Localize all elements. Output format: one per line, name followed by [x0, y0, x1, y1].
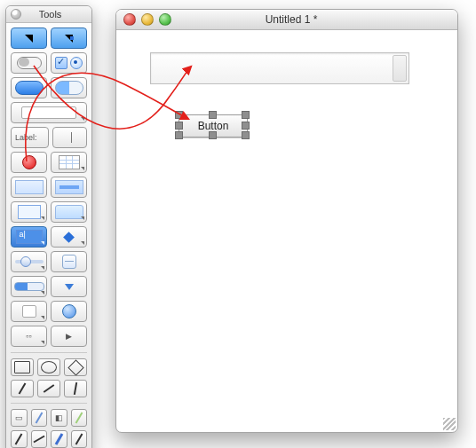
text-view-tool[interactable] — [11, 226, 47, 248]
direct-selection-tool[interactable] — [51, 28, 87, 49]
chevron-down-icon — [81, 167, 84, 170]
table-icon — [59, 155, 80, 169]
color-well-tool[interactable] — [11, 152, 47, 173]
document-titlebar[interactable]: Untitled 1 * — [116, 10, 457, 30]
zoom-window-icon[interactable] — [159, 13, 171, 26]
oval-shape-tool[interactable] — [37, 358, 60, 376]
pen-icon — [75, 433, 83, 444]
disclosure-tool[interactable] — [51, 276, 87, 297]
window-resize-grip[interactable] — [443, 418, 456, 430]
dash-icon: ▭ — [15, 413, 23, 422]
pencil-icon — [35, 412, 43, 423]
group-box-icon — [55, 180, 83, 194]
textfield-icon — [21, 106, 76, 119]
toggle-icon — [17, 57, 42, 69]
extra-tool-8[interactable] — [71, 430, 88, 448]
text-caret-icon — [71, 132, 72, 143]
resize-handle-tr[interactable] — [242, 111, 250, 119]
rectangle-icon — [14, 361, 30, 373]
label-text: Label: — [15, 133, 37, 142]
cursor-tool[interactable] — [51, 226, 87, 248]
disclosure-icon — [65, 284, 74, 290]
popup-button-tool[interactable] — [11, 301, 47, 322]
pen-icon — [15, 433, 23, 444]
table-view-tool[interactable] — [51, 152, 87, 173]
extra-tool-4[interactable] — [71, 409, 88, 427]
close-window-icon[interactable] — [123, 13, 136, 26]
extra-tool-1[interactable]: ▭ — [11, 409, 28, 427]
traffic-lights — [123, 13, 171, 26]
oval-icon — [41, 361, 57, 373]
extra-tool-7[interactable] — [51, 430, 67, 448]
resize-handle-tl[interactable] — [175, 111, 183, 119]
palette-close-icon[interactable] — [11, 9, 21, 20]
rectangle-shape-tool[interactable] — [11, 358, 34, 376]
progress-indicator-tool[interactable] — [11, 276, 47, 297]
label-tool[interactable]: Label: — [11, 127, 49, 148]
minimize-window-icon[interactable] — [141, 13, 154, 26]
slider-icon — [15, 260, 44, 263]
document-title: Untitled 1 * — [171, 13, 450, 26]
text-input-control[interactable] — [150, 52, 409, 84]
resize-handle-t[interactable] — [209, 111, 217, 119]
box-tool[interactable] — [11, 177, 47, 198]
extra-tool-3[interactable]: ◧ — [51, 409, 67, 427]
resize-handle-l[interactable] — [175, 122, 183, 130]
line-a-tool[interactable] — [11, 380, 34, 397]
selection-tool[interactable] — [11, 28, 47, 49]
view-icon — [18, 205, 41, 219]
custom-view-tool[interactable] — [11, 201, 47, 223]
resize-handle-bl[interactable] — [175, 131, 183, 139]
segmented-icon — [55, 81, 83, 95]
chevron-down-icon — [41, 291, 44, 295]
radio-icon — [70, 57, 83, 69]
text-cursor-tool[interactable] — [52, 127, 87, 148]
slider-tool[interactable] — [11, 251, 47, 272]
document-window: Untitled 1 * Button — [115, 9, 458, 433]
tab-icon — [55, 205, 83, 219]
push-button-tool[interactable] — [11, 77, 47, 98]
chevron-down-icon — [41, 241, 44, 245]
media-tool[interactable]: ▶ — [51, 326, 87, 347]
extra-tool-5[interactable] — [11, 430, 28, 448]
segmented-control-tool[interactable] — [51, 77, 87, 98]
diamond-shape-tool[interactable] — [64, 358, 87, 376]
line-b-tool[interactable] — [37, 380, 60, 397]
marker-icon — [54, 433, 63, 445]
chevron-down-icon — [81, 216, 84, 220]
divider — [11, 352, 87, 353]
box-icon — [15, 180, 44, 194]
pointer-icon — [63, 232, 75, 243]
progress-icon — [14, 282, 44, 291]
pen-icon — [19, 382, 27, 394]
color-well-icon — [22, 155, 36, 169]
resize-handle-br[interactable] — [242, 131, 250, 139]
selected-button-control[interactable]: Button — [178, 114, 246, 136]
tools-title: Tools — [24, 9, 87, 20]
extra-tool-2[interactable] — [31, 409, 48, 427]
chevron-down-icon — [81, 117, 84, 121]
mini-icon: ▫▫ — [26, 332, 31, 341]
checkbox-radio-tool[interactable] — [51, 52, 87, 74]
line-c-tool[interactable] — [64, 380, 87, 397]
group-box-tool[interactable] — [51, 177, 87, 198]
chevron-down-icon — [41, 341, 44, 344]
diamond-icon — [67, 359, 83, 375]
stepper-tool[interactable] — [51, 251, 87, 272]
arrow-icon — [25, 35, 33, 43]
button-label: Button — [198, 120, 229, 132]
resize-handle-b[interactable] — [209, 131, 217, 139]
pen-icon — [74, 382, 77, 395]
design-canvas[interactable]: Button — [123, 35, 450, 425]
round-button-tool[interactable] — [51, 301, 87, 322]
chevron-down-icon — [81, 241, 84, 245]
switch-control-tool[interactable] — [11, 52, 47, 74]
tab-view-tool[interactable] — [51, 201, 87, 223]
extra-tool-6[interactable] — [31, 430, 48, 448]
tools-titlebar[interactable]: Tools — [6, 6, 91, 23]
text-field-tool[interactable] — [11, 102, 87, 123]
popup-icon — [22, 305, 36, 318]
mini-controls-tool[interactable]: ▫▫ — [11, 326, 47, 347]
resize-handle-r[interactable] — [242, 122, 250, 130]
scrollbar[interactable] — [393, 55, 407, 82]
